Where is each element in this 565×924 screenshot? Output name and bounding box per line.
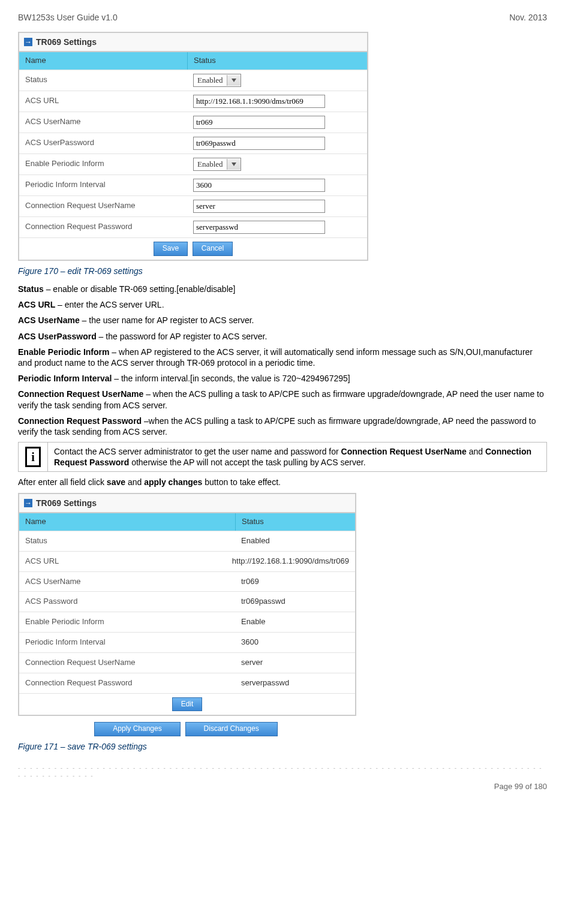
table-header: Name Status	[19, 52, 367, 70]
table-row: Enable Periodic Inform Enabled	[19, 154, 367, 174]
row-label: Status	[19, 70, 187, 91]
conn-req-user-input[interactable]	[193, 200, 325, 213]
info-text-pre: Contact the ACS server administrator to …	[54, 447, 341, 456]
figure-caption: Figure 171 – save TR-069 settings	[18, 741, 547, 752]
row-value: tr069passwd	[235, 592, 355, 612]
row-label: ACS Password	[19, 592, 235, 612]
desc-acs-url: ACS URL – enter the ACS server URL.	[18, 299, 547, 310]
after-save-line: After enter all field click save and app…	[18, 477, 547, 487]
col-name: Name	[19, 513, 236, 531]
info-note: i Contact the ACS server administrator t…	[18, 442, 547, 472]
info-text-b1: Connection Request UserName	[341, 447, 467, 456]
acs-password-input[interactable]	[193, 137, 325, 150]
figure-caption: Figure 170 – edit TR-069 settings	[18, 266, 547, 276]
row-value: serverpasswd	[235, 673, 355, 693]
row-value: server	[235, 653, 355, 673]
button-bar: Edit	[19, 693, 355, 715]
page-number: Page 99 of 180	[18, 782, 547, 792]
row-value: http://192.168.1.1:9090/dms/tr069	[226, 552, 355, 571]
table-row: Connection Request UserName server	[19, 652, 355, 673]
info-text: Contact the ACS server administrator to …	[48, 443, 546, 471]
text-bold: apply changes	[144, 477, 202, 487]
panel-title: TR069 Settings	[36, 498, 97, 508]
table-row: ACS UserName tr069	[19, 571, 355, 592]
apply-row: Apply Changes Discard Changes	[18, 722, 354, 736]
info-text-mid: and	[467, 447, 485, 456]
acs-url-input[interactable]	[193, 95, 325, 108]
row-value: tr069	[235, 572, 355, 592]
tr069-edit-panel: → TR069 Settings Name Status Status Enab…	[18, 32, 368, 261]
select-value: Enabled	[194, 76, 227, 86]
desc-acs-pass: ACS UserPassword – the password for AP r…	[18, 331, 547, 342]
select-value: Enabled	[194, 159, 227, 170]
row-value: Enabled	[235, 531, 355, 551]
chevron-down-icon	[227, 75, 241, 86]
save-button[interactable]: Save	[154, 242, 188, 256]
text-span: and	[125, 477, 144, 487]
conn-req-pass-input[interactable]	[193, 221, 325, 234]
row-label: Enable Periodic Inform	[19, 154, 187, 174]
chevron-down-icon	[227, 159, 241, 170]
edit-button[interactable]: Edit	[172, 697, 203, 712]
row-label: ACS UserPassword	[19, 133, 187, 154]
table-row: Periodic Inform Interval	[19, 174, 367, 195]
table-row: Connection Request Password	[19, 216, 367, 237]
row-label: Enable Periodic Inform	[19, 612, 235, 632]
apply-changes-button[interactable]: Apply Changes	[94, 722, 180, 736]
acs-username-input[interactable]	[193, 116, 325, 129]
doc-title: BW1253s User Guide v1.0	[18, 12, 118, 23]
desc-interval: Periodic Inform Interval – the inform in…	[18, 373, 547, 384]
row-label: Connection Request UserName	[19, 196, 187, 216]
expand-icon[interactable]: →	[24, 499, 32, 507]
page-divider: - - - - - - - - - - - - - - - - - - - - …	[18, 764, 547, 779]
row-label: Connection Request Password	[19, 673, 235, 693]
status-select[interactable]: Enabled	[193, 74, 241, 87]
desc-status: Status – enable or disable TR-069 settin…	[18, 284, 547, 294]
discard-changes-button[interactable]: Discard Changes	[185, 722, 278, 736]
row-label: ACS URL	[19, 91, 187, 112]
desc-periodic: Enable Periodic Inform – when AP registe…	[18, 347, 547, 368]
text-span: After enter all field click	[18, 477, 107, 487]
col-name: Name	[19, 52, 188, 70]
row-label: ACS UserName	[19, 112, 187, 133]
table-row: Enable Periodic Inform Enable	[19, 612, 355, 632]
table-row: ACS UserName	[19, 112, 367, 133]
row-label: ACS URL	[19, 552, 226, 571]
row-label: Status	[19, 531, 235, 551]
table-row: ACS Password tr069passwd	[19, 591, 355, 612]
table-row: Connection Request Password serverpasswd	[19, 673, 355, 693]
periodic-select[interactable]: Enabled	[193, 158, 241, 171]
row-label: Connection Request UserName	[19, 653, 235, 673]
table-row: ACS URL http://192.168.1.1:9090/dms/tr06…	[19, 551, 355, 571]
button-bar: Save Cancel	[19, 237, 367, 260]
doc-date: Nov. 2013	[509, 12, 547, 23]
row-label: Connection Request Password	[19, 217, 187, 237]
interval-input[interactable]	[193, 179, 325, 192]
table-row: ACS URL	[19, 91, 367, 112]
cancel-button[interactable]: Cancel	[193, 242, 233, 256]
table-row: ACS UserPassword	[19, 133, 367, 154]
text-span: button to take effect.	[202, 477, 281, 487]
expand-icon[interactable]: →	[24, 38, 32, 46]
info-icon-cell: i	[19, 443, 48, 471]
panel-title: TR069 Settings	[36, 37, 97, 47]
table-row: Periodic Inform Interval 3600	[19, 632, 355, 652]
info-text-post: otherwise the AP will not accept the tas…	[129, 458, 365, 467]
info-icon: i	[25, 447, 41, 467]
table-row: Status Enabled	[19, 531, 355, 551]
row-value: 3600	[235, 633, 355, 652]
col-status: Status	[236, 513, 355, 531]
tr069-view-panel: → TR069 Settings Name Status Status Enab…	[18, 493, 356, 717]
table-row: Connection Request UserName	[19, 195, 367, 216]
row-label: Periodic Inform Interval	[19, 633, 235, 652]
desc-creq-user: Connection Request UserName – when the A…	[18, 389, 547, 410]
panel-title-bar: → TR069 Settings	[19, 33, 367, 52]
row-value: Enable	[235, 612, 355, 632]
desc-creq-pass: Connection Request Password –when the AC…	[18, 416, 547, 437]
row-label: Periodic Inform Interval	[19, 175, 187, 195]
text-bold: save	[107, 477, 125, 487]
panel-title-bar: → TR069 Settings	[19, 494, 355, 513]
col-status: Status	[188, 52, 367, 70]
table-row: Status Enabled	[19, 70, 367, 91]
desc-acs-user: ACS UserName – the user name for AP regi…	[18, 315, 547, 326]
